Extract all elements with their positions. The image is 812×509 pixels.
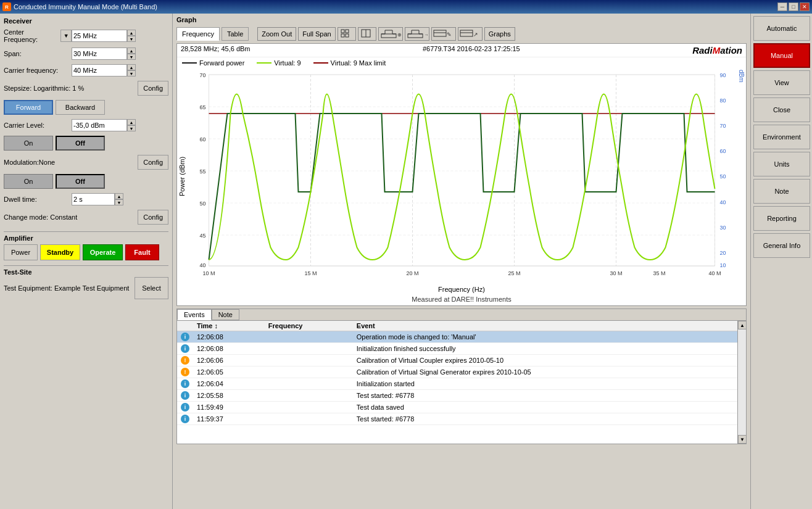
event-icon-cell: i bbox=[177, 331, 193, 343]
toolbar-icon-3[interactable]: ✎ bbox=[431, 27, 456, 41]
svg-rect-6 bbox=[381, 34, 396, 38]
svg-rect-1 bbox=[346, 30, 349, 33]
right-btn-manual[interactable]: Manual bbox=[753, 43, 810, 68]
right-btn-units[interactable]: Units bbox=[753, 152, 810, 176]
close-button[interactable]: ✕ bbox=[800, 2, 810, 11]
select-button[interactable]: Select bbox=[135, 277, 168, 299]
events-tab[interactable]: Events bbox=[177, 309, 212, 320]
off-button-1[interactable]: Off bbox=[56, 136, 105, 151]
zoom-out-button[interactable]: Zoom Out bbox=[257, 27, 296, 41]
carrier-freq-input[interactable] bbox=[72, 64, 127, 77]
carrier-level-up[interactable]: ▲ bbox=[127, 119, 136, 125]
restore-button[interactable]: □ bbox=[789, 2, 798, 11]
event-time: 12:06:08 bbox=[193, 343, 265, 355]
scroll-up-button[interactable]: ▲ bbox=[738, 321, 746, 329]
toolbar-icon-print2[interactable]: → bbox=[405, 27, 429, 41]
toolbar-icon-2[interactable] bbox=[358, 27, 376, 41]
carrier-freq-label: Carrier frequency: bbox=[4, 67, 58, 74]
fault-button[interactable]: Fault bbox=[125, 244, 159, 260]
dwell-up[interactable]: ▲ bbox=[115, 193, 123, 199]
right-btn-reporting[interactable]: Reporting bbox=[753, 206, 810, 231]
chart-area: Power (dBm) bbox=[177, 68, 746, 284]
test-site-label: Test-Site bbox=[4, 268, 168, 276]
span-input[interactable] bbox=[72, 48, 127, 60]
event-freq bbox=[265, 378, 353, 390]
carrier-freq-row: Carrier frequency: ▲ ▼ bbox=[4, 64, 168, 77]
svg-text:↗: ↗ bbox=[473, 31, 478, 38]
right-btn-environment[interactable]: Environment bbox=[753, 125, 810, 149]
center-freq-input[interactable] bbox=[72, 30, 127, 42]
dwell-down[interactable]: ▼ bbox=[115, 199, 123, 205]
event-info-icon: i bbox=[181, 415, 189, 423]
operate-button[interactable]: Operate bbox=[83, 244, 123, 260]
legend-virtual-line bbox=[257, 62, 271, 64]
off-button-2[interactable]: Off bbox=[56, 174, 105, 189]
table-tab[interactable]: Table bbox=[222, 27, 249, 41]
standby-button[interactable]: Standby bbox=[40, 244, 80, 260]
center-freq-down[interactable]: ▼ bbox=[127, 36, 136, 42]
change-mode-config-button[interactable]: Config bbox=[138, 210, 168, 225]
change-mode-label: Change mode: Constant bbox=[4, 213, 77, 221]
right-btn-automatic[interactable]: Automatic bbox=[753, 16, 810, 41]
svg-text:55: 55 bbox=[199, 168, 205, 175]
dwell-input[interactable] bbox=[72, 193, 115, 205]
test-equipment-row: Test Equipment: Example Test Equipment S… bbox=[4, 277, 168, 299]
table-row[interactable]: i 12:06:08 Operation mode is changed to:… bbox=[177, 331, 737, 343]
toolbar-icon-print1[interactable]: ⊕ bbox=[378, 27, 403, 41]
event-icon-cell: i bbox=[177, 343, 193, 355]
event-icon-cell: i bbox=[177, 402, 193, 413]
power-button[interactable]: Power bbox=[4, 244, 38, 260]
on-button-1[interactable]: On bbox=[4, 136, 53, 151]
graph-toolbar: Frequency Table Zoom Out Full Span ⊕ → bbox=[176, 26, 747, 42]
event-info-icon: i bbox=[181, 333, 189, 341]
svg-rect-13 bbox=[460, 30, 473, 36]
event-text: Operation mode is changed to: 'Manual' bbox=[353, 331, 737, 343]
table-row[interactable]: i 12:06:04 Initialization started bbox=[177, 378, 737, 390]
frequency-tab[interactable]: Frequency bbox=[176, 27, 220, 41]
forward-button[interactable]: Forward bbox=[4, 100, 53, 115]
event-freq bbox=[265, 355, 353, 366]
right-btn-close[interactable]: Close bbox=[753, 97, 810, 122]
backward-button[interactable]: Backward bbox=[56, 100, 105, 115]
right-btn-view[interactable]: View bbox=[753, 70, 810, 95]
event-freq bbox=[265, 390, 353, 402]
stepsize-config-button[interactable]: Config bbox=[138, 81, 168, 96]
event-time: 12:06:04 bbox=[193, 378, 265, 390]
toolbar-icon-1[interactable] bbox=[338, 27, 356, 41]
event-freq bbox=[265, 413, 353, 425]
carrier-freq-up[interactable]: ▲ bbox=[127, 64, 136, 70]
carrier-level-down[interactable]: ▼ bbox=[127, 125, 136, 131]
table-row[interactable]: i 12:05:58 Test started: #6778 bbox=[177, 390, 737, 402]
svg-rect-2 bbox=[341, 34, 344, 37]
on-button-2[interactable]: On bbox=[4, 174, 53, 189]
scroll-down-button[interactable]: ▼ bbox=[738, 435, 746, 444]
test-site-section: Test-Site Test Equipment: Example Test E… bbox=[4, 265, 168, 299]
events-scrollbar[interactable]: ▲ ▼ bbox=[737, 321, 746, 444]
svg-text:✎: ✎ bbox=[447, 31, 452, 38]
toolbar-icon-4[interactable]: ↗ bbox=[458, 27, 483, 41]
table-row[interactable]: i 11:59:37 Test started: #6778 bbox=[177, 413, 737, 425]
col-time-header: Time ↕ bbox=[193, 321, 265, 331]
carrier-freq-down[interactable]: ▼ bbox=[127, 70, 136, 77]
span-up[interactable]: ▲ bbox=[127, 48, 136, 54]
full-span-button[interactable]: Full Span bbox=[298, 27, 335, 41]
on-off-row2: On Off bbox=[4, 174, 168, 189]
note-tab[interactable]: Note bbox=[212, 309, 239, 320]
carrier-level-input[interactable] bbox=[72, 119, 127, 131]
table-row[interactable]: i 11:59:49 Test data saved bbox=[177, 402, 737, 413]
table-row[interactable]: ! 12:06:05 Calibration of Virtual Signal… bbox=[177, 366, 737, 378]
event-freq bbox=[265, 343, 353, 355]
right-btn-note[interactable]: Note bbox=[753, 179, 810, 204]
modulation-config-button[interactable]: Config bbox=[138, 155, 168, 170]
table-row[interactable]: ! 12:06:06 Calibration of Virtual Couple… bbox=[177, 355, 737, 366]
center-freq-dropdown[interactable]: ▼ bbox=[60, 30, 72, 42]
center-freq-label: Center Frequency: bbox=[4, 28, 59, 43]
right-btn-general-info[interactable]: General Info bbox=[753, 233, 810, 258]
center-freq-up[interactable]: ▲ bbox=[127, 30, 136, 36]
table-row[interactable]: i 12:06:08 Initialization finished succe… bbox=[177, 343, 737, 355]
span-down[interactable]: ▼ bbox=[127, 54, 136, 60]
graphs-button[interactable]: Graphs bbox=[484, 27, 515, 41]
test-equipment-text: Test Equipment: Example Test Equipment bbox=[4, 284, 131, 292]
window-title: Conducted Immunity Manual Mode (Multi Ba… bbox=[14, 3, 157, 10]
minimize-button[interactable]: ─ bbox=[777, 2, 787, 11]
